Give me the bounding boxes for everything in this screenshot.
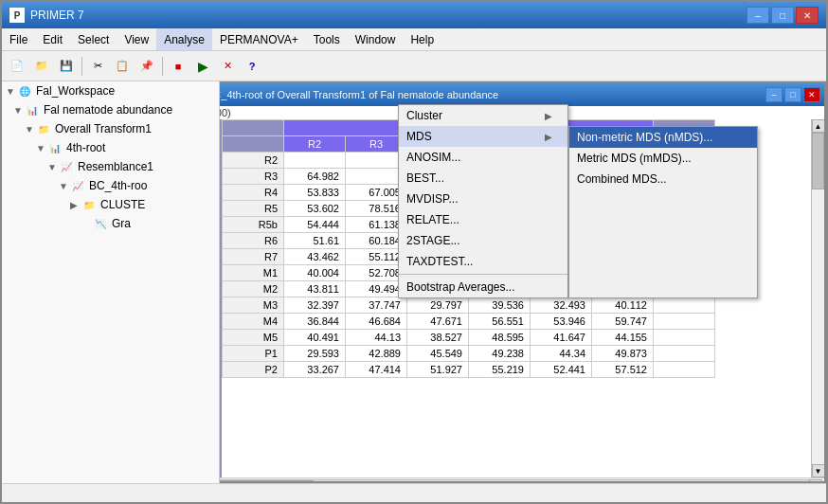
- menu-analyse[interactable]: Analyse: [156, 28, 212, 50]
- tree-node-nematode[interactable]: ▼ 📊 Fal nematode abundance: [2, 100, 219, 119]
- tree-toggle-bc4throot[interactable]: ▼: [59, 181, 70, 191]
- open-button[interactable]: 📁: [30, 55, 53, 78]
- row-label-P1: P1: [223, 346, 284, 362]
- tree-toggle-4throot[interactable]: ▼: [36, 143, 47, 153]
- mds-submenu: Non-metric MDS (nMDS)... Metric MDS (mMD…: [568, 126, 758, 298]
- menu-taxdtest[interactable]: TAXDTEST...: [399, 251, 567, 272]
- menu-anosim[interactable]: ANOSIM...: [399, 147, 567, 168]
- mds-arrow: ▶: [545, 132, 552, 142]
- cell-P2-col4: 52.441: [531, 362, 592, 378]
- copy-button[interactable]: 📋: [111, 55, 134, 78]
- main-content: BC_4th-root of Overall Transform1 of Fal…: [220, 81, 826, 483]
- row-label-R6: R6: [223, 233, 284, 249]
- menu-mvdisp[interactable]: MVDISP...: [399, 189, 567, 209]
- menu-help[interactable]: Help: [403, 28, 441, 50]
- menu-mds[interactable]: MDS ▶: [399, 126, 567, 147]
- cluster-icon: 📁: [81, 197, 97, 212]
- minimize-button[interactable]: –: [747, 7, 769, 24]
- menu-file[interactable]: File: [2, 28, 35, 50]
- cell-R2-col0: [284, 153, 346, 169]
- menu-edit[interactable]: Edit: [35, 28, 70, 50]
- tree-node-transform[interactable]: ▼ 📁 Overall Transform1: [2, 119, 219, 138]
- inner-maximize-button[interactable]: □: [784, 87, 801, 102]
- cell-M3-col1: 37.747: [346, 297, 407, 314]
- new-button[interactable]: 📄: [6, 55, 28, 78]
- table-row: P233.26747.41451.92755.21952.44157.512: [223, 362, 715, 378]
- scroll-thumb-h[interactable]: [220, 480, 314, 482]
- combined-label: Combined MDS...: [577, 172, 667, 186]
- inner-window-controls: – □ ✕: [765, 87, 820, 102]
- menu-view[interactable]: View: [117, 28, 156, 50]
- tree-toggle-transform[interactable]: ▼: [25, 124, 36, 135]
- tree-node-cluster[interactable]: ▶ 📁 CLUSTE: [2, 195, 219, 214]
- cell-M5-col5: 44.155: [592, 330, 654, 346]
- submenu-combined[interactable]: Combined MDS...: [569, 169, 757, 189]
- cut-button[interactable]: ✂: [86, 55, 109, 78]
- submenu-mmds[interactable]: Metric MDS (mMDS)...: [569, 148, 757, 169]
- menu-permanova[interactable]: PERMANOVA+: [212, 28, 306, 50]
- tree-node-graph[interactable]: 📉 Gra: [2, 214, 219, 233]
- tree-toggle-resemblance[interactable]: ▼: [47, 162, 59, 172]
- tree-node-workspace[interactable]: ▼ 🌐 Fal_Workspace: [2, 81, 219, 100]
- tree-node-resemblance[interactable]: ▼ 📈 Resemblance1: [2, 157, 219, 176]
- paste-button[interactable]: 📌: [135, 55, 158, 78]
- corner-header: [223, 120, 284, 136]
- maximize-button[interactable]: □: [771, 7, 794, 24]
- scroll-down-button[interactable]: ▼: [812, 464, 825, 477]
- tree-toggle-nematode[interactable]: ▼: [13, 105, 25, 116]
- menu-relate[interactable]: RELATE...: [399, 209, 567, 230]
- submenu-nmds[interactable]: Non-metric MDS (nMDS)...: [569, 127, 757, 148]
- status-bar: [2, 483, 826, 502]
- content-area: ▼ 🌐 Fal_Workspace ▼ 📊 Fal nematode abund…: [2, 81, 826, 483]
- scroll-thumb[interactable]: [812, 133, 824, 189]
- row-label-R2: R2: [223, 153, 284, 169]
- nematode-label: Fal nematode abundance: [44, 103, 172, 117]
- save-button[interactable]: 💾: [55, 55, 78, 78]
- tree-node-4throot[interactable]: ▼ 📊 4th-root: [2, 138, 219, 157]
- cluster-label-text: Cluster: [406, 109, 442, 122]
- menu-best[interactable]: BEST...: [399, 168, 567, 189]
- menu-bootstrap[interactable]: Bootstrap Averages...: [399, 277, 567, 297]
- row-label-M1: M1: [223, 265, 284, 281]
- tree-toggle-cluster[interactable]: ▶: [70, 200, 81, 210]
- cell-M3-col4: 32.493: [531, 297, 592, 314]
- scroll-track-h: [220, 479, 809, 482]
- scroll-up-button[interactable]: ▲: [812, 119, 825, 133]
- cell-M4-col4: 53.946: [531, 314, 592, 330]
- mds-label-text: MDS: [406, 130, 432, 143]
- vertical-scrollbar[interactable]: ▲ ▼: [811, 119, 824, 477]
- inner-minimize-button[interactable]: –: [765, 87, 783, 102]
- toolbar: 📄 📁 💾 ✂ 📋 📌 ■ ▶ ✕ ?: [2, 51, 826, 81]
- menu-select[interactable]: Select: [70, 28, 117, 50]
- row-label-R7: R7: [223, 249, 284, 265]
- tree-toggle-workspace[interactable]: ▼: [6, 86, 17, 97]
- transform-icon: 📁: [36, 121, 51, 136]
- row-spacer: [654, 362, 715, 378]
- mmds-label: Metric MDS (mMDS)...: [577, 152, 692, 165]
- cell-M4-col3: 56.551: [469, 314, 531, 330]
- cell-R3-col0: 64.982: [284, 169, 346, 185]
- menu-window[interactable]: Window: [348, 28, 404, 50]
- menu-cluster[interactable]: Cluster ▶: [399, 105, 567, 126]
- menu-2stage[interactable]: 2STAGE...: [399, 230, 567, 251]
- cell-M3-col0: 32.397: [284, 297, 346, 314]
- menu-tools[interactable]: Tools: [306, 28, 348, 50]
- toolbar-sep-1: [81, 57, 82, 76]
- scroll-right-button[interactable]: ►: [809, 479, 822, 482]
- cell-M4-col2: 47.671: [407, 314, 469, 330]
- tool-btn-3[interactable]: ■: [167, 55, 189, 78]
- row-label-R5: R5: [223, 201, 284, 217]
- cell-R4-col0: 53.833: [284, 185, 346, 201]
- toolbar-sep-2: [162, 57, 163, 76]
- help-tool-button[interactable]: ?: [241, 55, 263, 78]
- tree-node-bc4throot[interactable]: ▼ 📈 BC_4th-roo: [2, 176, 219, 195]
- cluster-label: CLUSTE: [100, 198, 145, 211]
- close-button[interactable]: ✕: [796, 7, 819, 24]
- workspace-label: Fal_Workspace: [36, 84, 115, 98]
- cell-M5-col2: 38.527: [407, 330, 469, 346]
- row-label-P2: P2: [223, 362, 284, 378]
- tool-btn-4[interactable]: ▶: [191, 55, 214, 78]
- app-icon: P: [9, 8, 25, 23]
- inner-close-button[interactable]: ✕: [803, 87, 820, 102]
- tool-btn-5[interactable]: ✕: [216, 55, 239, 78]
